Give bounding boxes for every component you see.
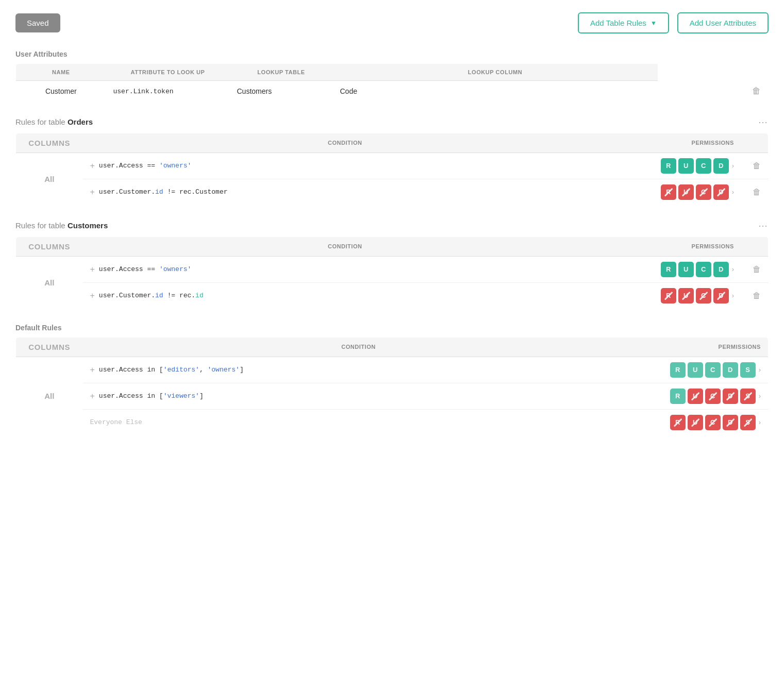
perm-U: U bbox=[688, 389, 703, 404]
perm-U: U bbox=[678, 184, 694, 200]
customers-col-header-condition: CONDITION bbox=[83, 237, 608, 256]
add-condition-icon[interactable]: + bbox=[90, 392, 95, 401]
customers-col-header-columns: COLUMNS bbox=[16, 237, 83, 256]
customers-section-header: Rules for table Customers ⋯ bbox=[15, 220, 769, 231]
perm-D: D bbox=[713, 288, 729, 303]
perms-expand-icon[interactable]: › bbox=[732, 188, 734, 196]
default-permissions-3: R U C D S › bbox=[635, 409, 769, 435]
orders-permissions-1: R U C D › bbox=[607, 153, 741, 179]
perm-R: R bbox=[661, 262, 676, 277]
perm-D: D bbox=[713, 184, 729, 200]
delete-rule-button[interactable]: 🗑 bbox=[741, 256, 769, 282]
customers-section-title: Rules for table Customers bbox=[15, 221, 108, 230]
delete-rule-button[interactable]: 🗑 bbox=[741, 179, 769, 205]
add-condition-icon[interactable]: + bbox=[90, 188, 95, 197]
delete-attr-button[interactable]: 🗑 bbox=[658, 81, 769, 102]
orders-permissions-2: R U C D › bbox=[607, 179, 741, 205]
perm-R: R bbox=[670, 389, 686, 404]
perm-S: S bbox=[740, 389, 756, 404]
user-attributes-section: User Attributes NAME ATTRIBUTE TO LOOK U… bbox=[15, 50, 769, 102]
perm-U: U bbox=[678, 158, 694, 174]
add-condition-icon[interactable]: + bbox=[90, 291, 95, 300]
attr-attribute-cell: user.Link.token bbox=[106, 81, 230, 102]
delete-rule-button[interactable]: 🗑 bbox=[741, 282, 769, 309]
default-rules-title: Default Rules bbox=[15, 324, 769, 332]
orders-col-header-permissions: PERMISSIONS bbox=[607, 133, 741, 153]
orders-all-cell: All bbox=[16, 153, 83, 205]
perm-C: C bbox=[705, 362, 721, 378]
default-rules-section: Default Rules COLUMNS CONDITION PERMISSI… bbox=[15, 324, 769, 436]
orders-condition-1: + user.Access == 'owners' bbox=[83, 153, 608, 179]
table-row: All + user.Access == 'owners' R U C D bbox=[16, 256, 769, 282]
trash-icon[interactable]: 🗑 bbox=[753, 265, 761, 274]
perms-expand-icon[interactable]: › bbox=[759, 418, 761, 426]
customers-col-header-permissions: PERMISSIONS bbox=[607, 237, 741, 256]
table-row: + user.Customer.id != rec.Customer R U C… bbox=[16, 179, 769, 205]
default-col-header-columns: COLUMNS bbox=[16, 337, 83, 357]
perm-D: D bbox=[713, 262, 729, 277]
perms-expand-icon[interactable]: › bbox=[732, 292, 734, 299]
table-row: All + user.Access == 'owners' R U C D bbox=[16, 153, 769, 179]
col-header-lookup: LOOKUP TABLE bbox=[230, 64, 333, 81]
everyone-else-label: Everyone Else bbox=[90, 418, 142, 426]
attr-name-cell: Customer bbox=[16, 81, 106, 102]
add-condition-icon[interactable]: + bbox=[90, 365, 95, 375]
perm-D: D bbox=[723, 389, 738, 404]
default-condition-1: + user.Access in ['editors', 'owners'] bbox=[83, 357, 635, 383]
perm-U: U bbox=[678, 288, 694, 303]
default-all-cell: All bbox=[16, 357, 83, 435]
customers-rules-section: Rules for table Customers ⋯ COLUMNS COND… bbox=[15, 220, 769, 309]
customers-condition-1: + user.Access == 'owners' bbox=[83, 256, 608, 282]
add-condition-icon[interactable]: + bbox=[90, 161, 95, 171]
perms-expand-icon[interactable]: › bbox=[759, 366, 761, 374]
trash-icon[interactable]: 🗑 bbox=[753, 188, 761, 196]
add-condition-icon[interactable]: + bbox=[90, 265, 95, 274]
user-attributes-title: User Attributes bbox=[15, 50, 769, 58]
perms-expand-icon[interactable]: › bbox=[732, 162, 734, 170]
perm-R: R bbox=[670, 362, 686, 378]
add-table-rules-button[interactable]: Add Table Rules ▼ bbox=[578, 12, 669, 33]
trash-icon[interactable]: 🗑 bbox=[753, 161, 761, 170]
add-user-attributes-button[interactable]: Add User Attributes bbox=[677, 12, 769, 33]
orders-section-title: Rules for table Orders bbox=[15, 117, 93, 126]
trash-icon[interactable]: 🗑 bbox=[753, 291, 761, 300]
saved-button[interactable]: Saved bbox=[15, 13, 60, 32]
perms-expand-icon[interactable]: › bbox=[732, 265, 734, 273]
orders-col-header-columns: COLUMNS bbox=[16, 133, 83, 153]
customers-menu-button[interactable]: ⋯ bbox=[758, 220, 769, 231]
attr-lookup-column-cell: Code bbox=[333, 81, 658, 102]
chevron-down-icon: ▼ bbox=[650, 20, 657, 27]
perm-C: C bbox=[705, 415, 721, 430]
perm-S: S bbox=[740, 362, 756, 378]
perm-U: U bbox=[688, 415, 703, 430]
perm-D: D bbox=[723, 415, 738, 430]
toolbar: Saved Add Table Rules ▼ Add User Attribu… bbox=[15, 12, 769, 33]
customers-all-cell: All bbox=[16, 256, 83, 309]
default-rules-table: COLUMNS CONDITION PERMISSIONS All + user… bbox=[15, 337, 769, 436]
perms-expand-icon[interactable]: › bbox=[759, 392, 761, 400]
customers-permissions-1: R U C D › bbox=[607, 256, 741, 282]
orders-menu-button[interactable]: ⋯ bbox=[758, 116, 769, 128]
table-row: Customer user.Link.token Customers Code … bbox=[16, 81, 769, 102]
col-header-lookupcolumn: LOOKUP COLUMN bbox=[333, 64, 658, 81]
perm-R: R bbox=[661, 158, 676, 174]
perm-C: C bbox=[696, 262, 711, 277]
perm-C: C bbox=[696, 288, 711, 303]
table-row: + user.Access in ['viewers'] R U C D S › bbox=[16, 383, 769, 409]
default-permissions-2: R U C D S › bbox=[635, 383, 769, 409]
perm-D: D bbox=[723, 362, 738, 378]
attr-lookup-table-cell: Customers bbox=[230, 81, 333, 102]
col-header-attr: ATTRIBUTE TO LOOK UP bbox=[106, 64, 230, 81]
perm-C: C bbox=[705, 389, 721, 404]
default-condition-3: Everyone Else bbox=[83, 409, 635, 435]
default-col-header-condition: CONDITION bbox=[83, 337, 635, 357]
default-condition-2: + user.Access in ['viewers'] bbox=[83, 383, 635, 409]
default-col-header-permissions: PERMISSIONS bbox=[635, 337, 769, 357]
orders-section-header: Rules for table Orders ⋯ bbox=[15, 116, 769, 128]
table-row: Everyone Else R U C D S › bbox=[16, 409, 769, 435]
attr-attribute-value: user.Link.token bbox=[113, 88, 174, 95]
customers-permissions-2: R U C D › bbox=[607, 282, 741, 309]
delete-rule-button[interactable]: 🗑 bbox=[741, 153, 769, 179]
orders-col-header-condition: CONDITION bbox=[83, 133, 608, 153]
perm-U: U bbox=[678, 262, 694, 277]
